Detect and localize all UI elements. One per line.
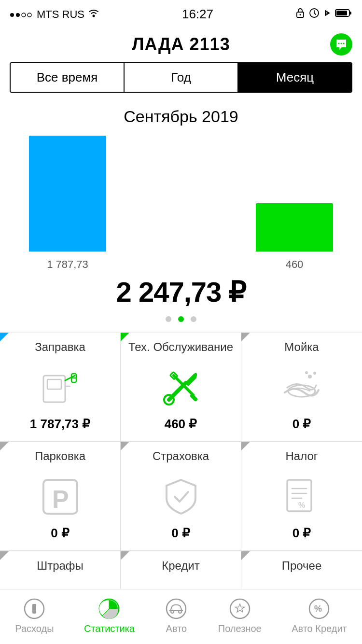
category-service-amount: 460 ₽	[165, 417, 197, 432]
nav-stats-label: Статистика	[84, 623, 135, 634]
category-service[interactable]: Тех. Обслуживание 460 ₽	[121, 333, 241, 442]
month-title: Сентябрь 2019	[0, 107, 362, 126]
bar-fuel-label: 1 787,73	[47, 258, 88, 271]
period-tabs: Все время Год Месяц	[10, 62, 352, 93]
corner-carwash	[241, 333, 250, 341]
corner-fines	[0, 551, 9, 560]
nav-credit-label: Авто Кредит	[292, 623, 347, 634]
fuel-icon	[36, 364, 84, 412]
category-carwash-name: Мойка	[284, 340, 319, 354]
category-fines[interactable]: Штрафы	[0, 551, 121, 590]
stats-nav-icon	[97, 597, 121, 620]
bottom-nav: Расходы Статистика Авто	[0, 589, 362, 644]
corner-tax	[241, 442, 250, 450]
svg-point-1	[16, 13, 20, 17]
clock-icon	[309, 8, 320, 21]
category-carwash-amount: 0 ₽	[292, 417, 311, 432]
svg-rect-10	[336, 11, 347, 15]
category-insurance[interactable]: Страховка 0 ₽	[121, 442, 241, 551]
svg-point-0	[10, 13, 14, 17]
svg-point-25	[308, 375, 312, 378]
page-dot-2	[178, 316, 184, 322]
corner-other	[241, 551, 250, 560]
tax-icon: %	[278, 473, 326, 521]
category-insurance-amount: 0 ₽	[171, 526, 190, 541]
nav-expenses[interactable]: Расходы	[15, 597, 54, 634]
category-fines-name: Штрафы	[37, 559, 84, 573]
category-tax-amount: 0 ₽	[292, 526, 311, 541]
category-fuel[interactable]: Заправка 1 787,73 ₽	[0, 333, 121, 442]
chart-pagination	[0, 316, 362, 322]
svg-rect-15	[47, 379, 61, 389]
category-parking-name: Парковка	[35, 449, 85, 463]
status-time: 16:27	[182, 7, 213, 22]
svg-point-38	[167, 599, 186, 618]
header: ЛАДА 2113	[0, 27, 362, 62]
nav-useful[interactable]: Полезное	[218, 597, 262, 634]
bar-service-rect	[256, 203, 333, 252]
nav-expenses-label: Расходы	[15, 623, 54, 634]
tab-all-time[interactable]: Все время	[11, 63, 125, 92]
corner-credit	[121, 551, 129, 560]
category-partial-row: Штрафы Кредит Прочее	[0, 551, 362, 590]
category-insurance-name: Страховка	[153, 449, 209, 463]
category-credit[interactable]: Кредит	[121, 551, 241, 590]
expense-nav-icon	[23, 597, 46, 620]
nav-stats[interactable]: Статистика	[84, 597, 135, 634]
svg-point-27	[305, 371, 308, 374]
lock-icon	[295, 8, 305, 21]
wrench-icon	[157, 364, 205, 412]
bar-fuel: 1 787,73	[29, 136, 106, 271]
svg-point-42	[230, 599, 250, 618]
bar-service: 460	[256, 203, 333, 271]
category-grid: Заправка 1 787,73 ₽ Тех. Обслуживание	[0, 333, 362, 551]
page-dot-1	[166, 316, 171, 322]
corner-insurance	[121, 442, 129, 450]
parking-icon: P	[36, 473, 84, 521]
category-other-name: Прочее	[282, 559, 322, 573]
category-tax-name: Налог	[285, 449, 318, 463]
category-carwash[interactable]: Мойка 0 ₽	[241, 333, 362, 442]
carrier-name: MTS RUS	[37, 8, 84, 21]
category-tax[interactable]: Налог % 0 ₽	[241, 442, 362, 551]
chat-button[interactable]	[330, 33, 352, 56]
category-parking-amount: 0 ₽	[51, 526, 70, 541]
tab-year[interactable]: Год	[125, 63, 238, 92]
svg-point-26	[313, 372, 316, 375]
category-credit-name: Кредит	[162, 559, 200, 573]
bar-service-label: 460	[286, 258, 304, 271]
status-left: MTS RUS	[10, 8, 100, 21]
svg-text:%: %	[298, 501, 305, 509]
category-other[interactable]: Прочее	[241, 551, 362, 590]
svg-text:P: P	[52, 485, 69, 513]
svg-point-12	[341, 43, 342, 44]
category-service-name: Тех. Обслуживание	[128, 340, 233, 354]
status-right	[295, 8, 352, 21]
svg-line-23	[192, 396, 195, 399]
total-amount: 2 247,73 ₽	[0, 276, 362, 308]
wifi-icon	[87, 8, 100, 21]
svg-text:%: %	[314, 604, 322, 614]
svg-point-4	[93, 14, 95, 17]
svg-point-6	[299, 14, 301, 15]
nav-useful-label: Полезное	[218, 623, 262, 634]
nav-car[interactable]: Авто	[165, 597, 188, 634]
nav-car-label: Авто	[166, 623, 187, 634]
corner-fuel	[0, 333, 9, 341]
svg-point-11	[338, 43, 340, 44]
tab-month[interactable]: Месяц	[238, 63, 351, 92]
carwash-icon	[278, 364, 326, 412]
svg-rect-9	[349, 12, 351, 14]
corner-service	[121, 333, 129, 341]
category-parking[interactable]: Парковка P 0 ₽	[0, 442, 121, 551]
page-title: ЛАДА 2113	[132, 34, 230, 55]
credit-nav-icon: %	[307, 597, 331, 620]
svg-point-3	[28, 13, 31, 17]
car-nav-icon	[165, 597, 188, 620]
svg-rect-36	[32, 604, 36, 614]
category-fuel-amount: 1 787,73 ₽	[30, 417, 90, 432]
nav-auto-credit[interactable]: % Авто Кредит	[292, 597, 347, 634]
category-fuel-name: Заправка	[35, 340, 85, 354]
corner-parking	[0, 442, 9, 450]
page-dot-3	[191, 316, 196, 322]
